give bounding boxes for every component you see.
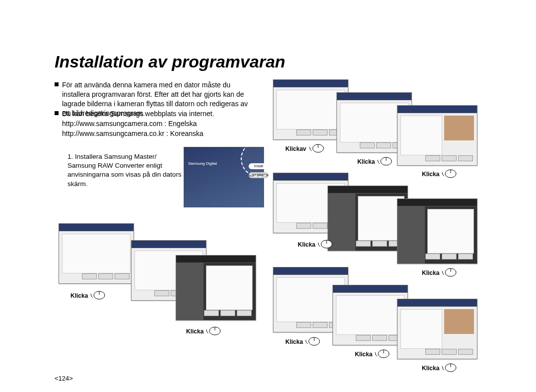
mouse-icon [442,169,458,179]
klicka-label: Klicka [357,158,375,165]
klicka-label: Klicka [355,351,372,358]
mouse-icon [90,290,106,300]
klicka-label: Klicka [70,292,88,299]
bullet-icon [55,111,59,115]
brand-text: Samsung Digital [188,161,217,166]
mouse-icon [309,143,325,153]
intro-paragraph-2: Du kan besöka Samsungs webbplats via int… [62,109,251,119]
cd-rom-menu-screenshot: Samsung Digital Install User Manual [184,147,264,207]
website-link-en: http://www.samsungcamera.com : Engelska [62,119,251,129]
installer-dialog-screenshot [397,299,477,359]
mouse-icon [206,326,222,336]
install-button: Install [249,163,268,169]
bullet-icon [55,82,59,86]
installer-dialog-screenshot [397,198,477,264]
manual-page: Installation av programvaran För att anv… [0,0,536,392]
step-text: Installera Samsung Master/ Samsung RAW C… [67,153,182,188]
page-number: <124> [55,375,73,382]
installer-dialog-screenshot [176,255,256,321]
klicka-label: Klicka [186,328,203,335]
page-title: Installation av programvaran [55,52,285,71]
mouse-icon [442,267,458,277]
klicka-label: Klicka [422,269,439,276]
step-number: 1. [67,153,73,160]
website-link-kr: http://www.samsungcamera.co.kr : Koreans… [62,129,251,138]
mouse-icon [377,156,393,166]
klicka-label: Klicka [285,338,303,345]
installer-dialog-screenshot [59,223,134,284]
klicka-label: Klicka [422,171,439,178]
klicka-label: Klicka [422,365,439,372]
mouse-icon [442,363,458,373]
klicka-label: Klicka [298,241,315,248]
installer-dialog-screenshot [397,105,477,166]
klickav-label: Klickav [285,145,306,152]
user-manual-button: User Manual [249,172,268,178]
step-1: 1. Installera Samsung Master/ Samsung RA… [67,152,182,189]
installer-dialog-screenshot [328,186,408,251]
mouse-icon [305,336,321,346]
mouse-icon [375,349,391,359]
mouse-icon [318,239,334,249]
